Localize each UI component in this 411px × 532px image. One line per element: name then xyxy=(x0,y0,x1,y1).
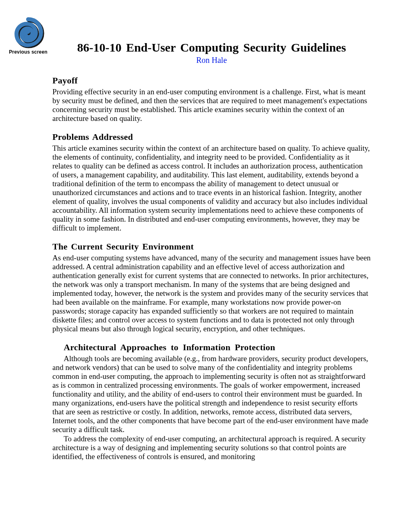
document-title: 86-10-10 End-User Computing Security Gui… xyxy=(52,18,371,55)
header-block: Previous screen 86-10-10 End-User Comput… xyxy=(52,18,371,65)
section-body-problems: This article examines security within th… xyxy=(52,144,371,233)
section-heading-payoff: Payoff xyxy=(52,75,371,86)
section-heading-current-env: The Current Security Environment xyxy=(52,241,371,252)
section-body-current-env: As end-user computing systems have advan… xyxy=(52,254,371,333)
previous-screen-label: Previous screen xyxy=(8,49,48,55)
section-body-payoff: Providing effective security in an end-u… xyxy=(52,87,371,123)
arch-paragraph-2: To address the complexity of end-user co… xyxy=(52,434,371,461)
previous-screen-link[interactable]: Previous screen xyxy=(8,16,48,55)
document-author: Ron Hale xyxy=(52,56,371,65)
arch-paragraph-1: Although tools are becoming available (e… xyxy=(52,354,371,434)
document-page: Previous screen 86-10-10 End-User Comput… xyxy=(0,0,411,461)
spiral-icon xyxy=(12,16,44,48)
subheading-architectural: Architectural Approaches to Information … xyxy=(52,342,371,353)
section-heading-problems: Problems Addressed xyxy=(52,132,371,142)
